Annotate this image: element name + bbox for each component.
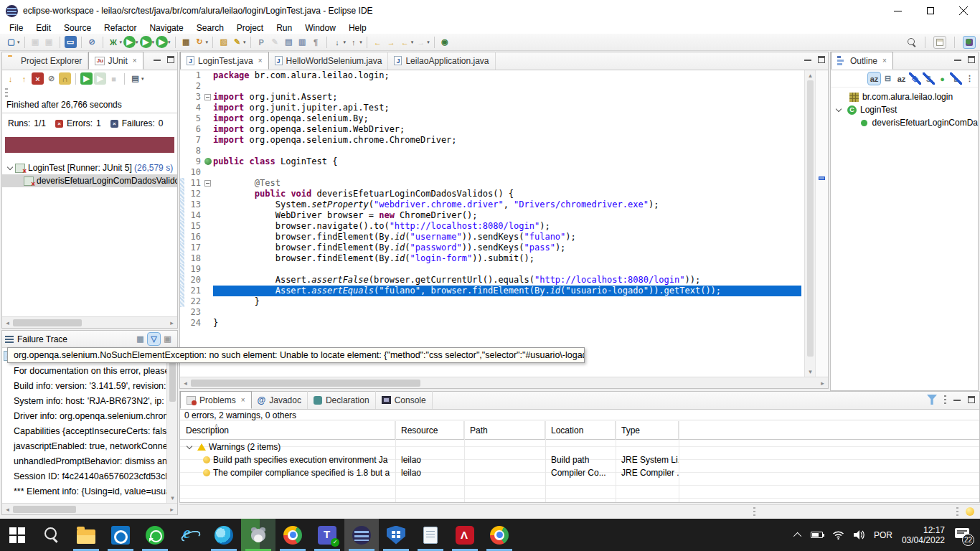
- column-header-description[interactable]: Description: [180, 421, 395, 439]
- code-line[interactable]: 14 WebDriver browser = new ChromeDriver(…: [180, 210, 801, 221]
- line-number[interactable]: 8: [184, 146, 203, 156]
- bottom-view-tab[interactable]: Declaration ×: [308, 391, 376, 409]
- code-line[interactable]: 9public class LoginTest {: [180, 156, 801, 167]
- outline-tab[interactable]: Outline ×: [831, 52, 893, 70]
- link-with-editor-icon[interactable]: ▤: [283, 36, 295, 48]
- view-tab[interactable]: Ju JUnit ×: [88, 52, 143, 70]
- editor-tab[interactable]: J LoginTest.java ×: [180, 52, 269, 70]
- show-hidden-icons-chevron[interactable]: [793, 532, 801, 540]
- menu-item[interactable]: Run: [270, 22, 298, 34]
- code-line[interactable]: 10: [180, 167, 801, 178]
- column-header-type[interactable]: Type: [616, 421, 679, 439]
- expand-chevron-icon[interactable]: [7, 164, 13, 170]
- view-tab[interactable]: Project Explorer ×: [2, 52, 88, 70]
- show-outline-doc-icon[interactable]: ▥: [296, 36, 308, 48]
- editor-hscrollbar[interactable]: ◂ ▸: [180, 377, 828, 388]
- pin-editor-icon[interactable]: ◉: [439, 36, 451, 48]
- line-number[interactable]: 11: [184, 178, 203, 189]
- dropdown-arrow-icon[interactable]: ▾: [120, 39, 123, 45]
- close-button[interactable]: [947, 0, 980, 22]
- filter-icon[interactable]: [927, 395, 937, 405]
- filter-stack-frames-icon[interactable]: ▽: [148, 333, 160, 345]
- selection-marker[interactable]: [819, 176, 825, 180]
- warnings-group-row[interactable]: Warnings (2 items): [180, 441, 979, 453]
- open-console-icon[interactable]: ▭: [65, 36, 77, 48]
- taskbar-app-button[interactable]: [138, 519, 172, 551]
- line-number[interactable]: 1: [184, 70, 203, 81]
- statusbar-grip[interactable]: [753, 507, 755, 517]
- dropdown-arrow-icon[interactable]: ▾: [243, 39, 246, 45]
- line-number[interactable]: 19: [184, 264, 203, 275]
- close-tab-icon[interactable]: ×: [133, 57, 137, 65]
- bottom-view-tab[interactable]: @ Javadoc ×: [252, 391, 308, 409]
- junit-hscrollbar[interactable]: ◂ ▸: [2, 316, 177, 328]
- hide-static-members-icon[interactable]: S: [923, 72, 935, 85]
- coverage-icon[interactable]: ▶: [140, 36, 152, 48]
- line-number[interactable]: 22: [184, 296, 203, 307]
- line-number[interactable]: 9: [184, 156, 203, 167]
- trace-vscrollbar[interactable]: ▴ ▾: [166, 349, 177, 503]
- taskbar-app-button[interactable]: [413, 519, 448, 551]
- taskbar-app-button[interactable]: [344, 519, 379, 551]
- open-resource-icon[interactable]: ▨: [217, 36, 230, 48]
- show-stacktrace-console-icon[interactable]: ▣: [161, 333, 174, 345]
- taskbar-app-button[interactable]: [275, 519, 310, 551]
- line-number[interactable]: 4: [184, 103, 203, 113]
- trace-line[interactable]: unhandledPromptBehavior: dismiss and: [2, 454, 166, 469]
- test-suite-row[interactable]: LoginTest [Runner: JUnit 5] (26,579 s): [2, 161, 177, 174]
- trace-line[interactable]: *** Element info: {Using=id, value=usua: [2, 484, 166, 499]
- line-number[interactable]: 18: [184, 253, 203, 264]
- menu-item[interactable]: File: [3, 22, 29, 34]
- toolbar-grip[interactable]: [5, 88, 8, 98]
- expand-chevron-icon[interactable]: [836, 106, 842, 112]
- column-header-path[interactable]: Path: [464, 421, 545, 439]
- taskbar-app-button[interactable]: [482, 519, 517, 551]
- java-perspective-icon[interactable]: [963, 36, 976, 49]
- editor-tab[interactable]: J HelloWorldSelenium.java ×: [269, 52, 389, 70]
- close-tab-icon[interactable]: ×: [882, 57, 887, 65]
- next-edit-location-icon[interactable]: →: [385, 36, 397, 48]
- line-number[interactable]: 5: [184, 113, 203, 124]
- menu-item[interactable]: Navigate: [143, 22, 189, 34]
- line-number[interactable]: 3: [184, 92, 203, 103]
- clock[interactable]: 12:17 03/04/2022: [902, 525, 945, 545]
- taskbar-app-button[interactable]: [0, 519, 34, 551]
- code-line[interactable]: 15 browser.navigate().to("http://localho…: [180, 221, 801, 232]
- code-line[interactable]: 22 }: [180, 296, 801, 307]
- hide-non-public-icon[interactable]: ●: [936, 72, 948, 85]
- debug-icon[interactable]: Ж: [108, 36, 120, 48]
- dropdown-arrow-icon[interactable]: ▾: [136, 39, 138, 45]
- menu-item[interactable]: Help: [342, 22, 373, 34]
- skip-breakpoints-icon[interactable]: ⊘: [86, 36, 98, 48]
- taskbar-app-button[interactable]: [310, 519, 344, 551]
- taskbar-app-button[interactable]: [448, 519, 482, 551]
- code-line[interactable]: 12 public void deverisEfetuarLoginComDad…: [180, 189, 801, 199]
- new-java-project-icon[interactable]: ▦: [180, 36, 192, 48]
- dropdown-arrow-icon[interactable]: ▾: [206, 39, 209, 45]
- taskbar-app-button[interactable]: [207, 519, 241, 551]
- line-number[interactable]: 2: [184, 81, 203, 92]
- line-number[interactable]: 6: [184, 124, 203, 135]
- show-skipped-tests-icon[interactable]: ⊘: [45, 72, 57, 85]
- trace-line[interactable]: Driver info: org.openqa.selenium.chrom: [2, 409, 166, 424]
- menu-item[interactable]: Window: [298, 22, 342, 34]
- minimize-view-icon[interactable]: [154, 59, 161, 61]
- run-last-launched-icon[interactable]: ▶: [156, 36, 168, 48]
- column-header-location[interactable]: Location: [545, 421, 616, 439]
- dropdown-arrow-icon[interactable]: ▾: [427, 39, 430, 45]
- line-number[interactable]: 24: [184, 318, 203, 329]
- show-next-failure-icon[interactable]: ↓: [4, 72, 17, 85]
- dropdown-arrow-icon[interactable]: ▾: [344, 39, 347, 45]
- close-tab-icon[interactable]: ×: [258, 57, 263, 65]
- minimize-button[interactable]: [881, 0, 914, 22]
- hide-fields-icon[interactable]: ◇: [909, 72, 921, 85]
- rerun-test-icon[interactable]: ▶: [80, 72, 93, 85]
- trace-line[interactable]: Session ID: f4c24140a6576023cfd53cbc1: [2, 469, 166, 484]
- taskbar-app-button[interactable]: [241, 519, 275, 551]
- code-line[interactable]: 13 System.setProperty("webdriver.chrome.…: [180, 199, 801, 210]
- volume-icon[interactable]: [854, 530, 864, 540]
- outline-package-row[interactable]: br.com.alura.leilao.login: [831, 90, 978, 103]
- language-indicator[interactable]: POR: [874, 530, 892, 540]
- dropdown-arrow-icon[interactable]: ▾: [141, 76, 144, 82]
- code-line[interactable]: 11 @Test: [180, 178, 801, 189]
